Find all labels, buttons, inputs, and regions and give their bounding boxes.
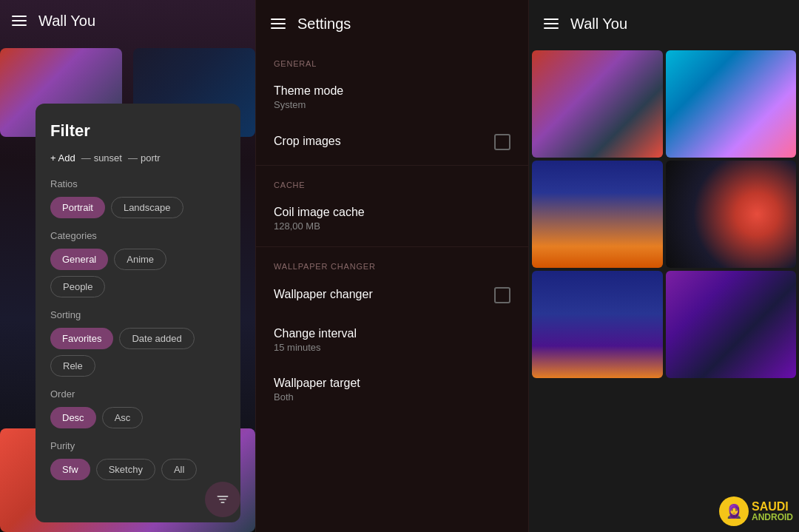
categories-label: Categories (50, 230, 226, 241)
crop-images-title: Crop images (274, 135, 341, 148)
order-chips: Desc Asc (50, 407, 226, 428)
gallery-thumb-5[interactable] (532, 271, 663, 378)
watermark-android: ANDROID (752, 513, 793, 522)
watermark-text: SAUDI ANDROID (752, 501, 793, 522)
filter-ok-row: OK (50, 492, 226, 505)
wallpaper-changer-title: Wallpaper changer (274, 288, 373, 301)
gallery-thumb-4[interactable] (666, 161, 797, 268)
watermark-saudi: SAUDI (752, 501, 793, 513)
chip-sfw[interactable]: Sfw (50, 459, 90, 480)
gallery-menu-icon[interactable] (544, 18, 559, 29)
change-interval-title: Change interval (274, 327, 357, 340)
purity-chips: Sfw Sketchy All (50, 459, 226, 480)
hamburger-icon[interactable] (12, 16, 27, 26)
coil-cache-subtitle: 128,00 MB (274, 220, 365, 232)
change-interval-text: Change interval 15 minutes (274, 327, 357, 353)
settings-cache-section: CACHE (256, 169, 528, 194)
coil-cache-item[interactable]: Coil image cache 128,00 MB (256, 194, 528, 243)
ratios-label: Ratios (50, 178, 226, 189)
wallpaper-target-item[interactable]: Wallpaper target Both (256, 365, 528, 414)
settings-hamburger-1 (271, 18, 286, 20)
theme-mode-title: Theme mode (274, 84, 343, 98)
panel-wall-you-main: Wall You Filter + Add — sunset — portr R… (0, 0, 255, 532)
settings-menu-icon[interactable] (271, 18, 286, 29)
filter-icon (215, 492, 230, 507)
chip-favorites[interactable]: Favorites (50, 328, 113, 349)
wallpaper-target-title: Wallpaper target (274, 377, 360, 390)
gallery-hamburger-1 (544, 18, 559, 20)
coil-cache-text: Coil image cache 128,00 MB (274, 206, 365, 232)
chip-landscape[interactable]: Landscape (111, 197, 183, 218)
tag-portr-label: portr (141, 152, 161, 164)
theme-mode-text: Theme mode System (274, 84, 343, 110)
filter-title: Filter (50, 121, 226, 141)
chip-portrait[interactable]: Portrait (50, 197, 105, 218)
wallpaper-section-label: WALLPAPER CHANGER (274, 262, 376, 271)
panel1-title: Wall You (38, 13, 95, 30)
filter-tag-portr: — portr (128, 152, 161, 164)
settings-header: Settings (256, 0, 528, 47)
categories-chips: General Anime People (50, 249, 226, 297)
ratios-chips: Portrait Landscape (50, 197, 226, 218)
chip-date-added[interactable]: Date added (119, 328, 194, 349)
theme-mode-subtitle: System (274, 99, 343, 110)
general-section-label: GENERAL (274, 59, 317, 68)
wallpaper-changer-item[interactable]: Wallpaper changer (256, 275, 528, 315)
crop-images-item[interactable]: Crop images (256, 122, 528, 162)
filter-fab-button[interactable] (205, 482, 240, 517)
panel1-header: Wall You (0, 0, 255, 41)
settings-title: Settings (297, 16, 351, 33)
gallery-grid (529, 47, 799, 381)
order-label: Order (50, 388, 226, 400)
divider-2 (256, 246, 528, 247)
chip-desc[interactable]: Desc (50, 407, 96, 428)
wallpaper-changer-text: Wallpaper changer (274, 288, 373, 303)
theme-mode-item[interactable]: Theme mode System (256, 73, 528, 122)
tag-sunset-label: sunset (94, 152, 122, 164)
settings-hamburger-3 (271, 27, 286, 29)
filter-tags-row: + Add — sunset — portr (50, 152, 226, 164)
crop-images-checkbox[interactable] (494, 134, 510, 150)
gallery-title: Wall You (570, 16, 627, 33)
chip-asc[interactable]: Asc (102, 407, 144, 428)
crop-images-text: Crop images (274, 135, 341, 149)
chip-sketchy[interactable]: Sketchy (96, 459, 155, 480)
chip-general[interactable]: General (50, 249, 108, 270)
wallpaper-target-subtitle: Both (274, 391, 360, 403)
chip-all[interactable]: All (161, 459, 197, 480)
purity-label: Purity (50, 440, 226, 451)
settings-hamburger-2 (271, 23, 286, 24)
gallery-thumb-3[interactable] (532, 161, 663, 268)
gallery-thumb-2[interactable] (666, 50, 797, 158)
panel-gallery: Wall You 🧕 SAUDI ANDROID (529, 0, 799, 532)
gallery-thumb-1[interactable] (532, 50, 663, 158)
wallpaper-changer-checkbox[interactable] (494, 287, 510, 303)
hamburger-line-2 (12, 20, 27, 21)
tag-dash-1: — (81, 152, 91, 164)
watermark-icon: 🧕 (719, 496, 749, 526)
coil-cache-title: Coil image cache (274, 206, 365, 219)
gallery-hamburger-3 (544, 27, 559, 29)
filter-tag-sunset: — sunset (81, 152, 122, 164)
filter-dialog: Filter + Add — sunset — portr Ratios Por… (36, 104, 240, 522)
wallpaper-target-text: Wallpaper target Both (274, 377, 360, 403)
sorting-label: Sorting (50, 309, 226, 320)
filter-add-label: + Add (50, 152, 75, 164)
gallery-hamburger-2 (544, 23, 559, 24)
change-interval-item[interactable]: Change interval 15 minutes (256, 315, 528, 365)
panel-settings: Settings GENERAL Theme mode System Crop … (255, 0, 529, 532)
gallery-thumb-6[interactable] (666, 271, 797, 378)
watermark: 🧕 SAUDI ANDROID (719, 496, 793, 526)
cache-section-label: CACHE (274, 181, 306, 189)
watermark-emoji: 🧕 (726, 503, 742, 519)
chip-anime[interactable]: Anime (114, 249, 166, 270)
hamburger-line-1 (12, 16, 27, 17)
sorting-chips: Favorites Date added Rele (50, 328, 226, 377)
filter-add-button[interactable]: + Add (50, 152, 75, 164)
chip-relevance[interactable]: Rele (50, 355, 95, 377)
divider-1 (256, 165, 528, 166)
tag-dash-2: — (128, 152, 138, 164)
hamburger-line-3 (12, 24, 27, 26)
chip-people[interactable]: People (50, 276, 105, 297)
settings-general-section: GENERAL (256, 47, 528, 73)
